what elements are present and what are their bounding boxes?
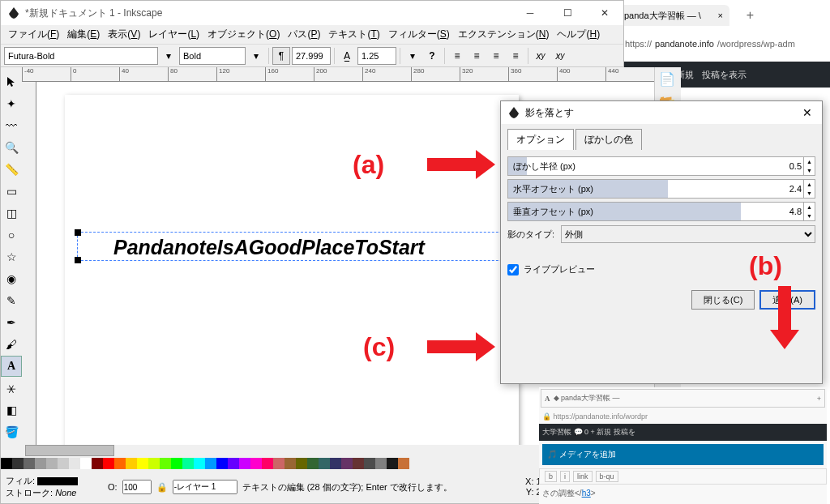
color-swatch[interactable] xyxy=(375,458,387,469)
menu-filter[interactable]: フィルター(S) xyxy=(384,26,454,43)
new-tab-icon[interactable]: + xyxy=(747,8,754,23)
tab-close-icon[interactable]: × xyxy=(718,11,723,20)
menu-text[interactable]: テキスト(T) xyxy=(324,26,383,43)
color-swatch[interactable] xyxy=(171,458,182,469)
spinner-icon[interactable]: ▲▼ xyxy=(803,180,815,198)
fill-swatch[interactable] xyxy=(37,477,78,485)
color-swatch[interactable] xyxy=(285,458,296,469)
superscript-icon[interactable]: xy xyxy=(532,47,550,65)
zoom-tool[interactable]: 🔍 xyxy=(1,137,22,158)
color-swatch[interactable] xyxy=(364,458,375,469)
color-swatch[interactable] xyxy=(250,458,262,469)
color-swatch[interactable] xyxy=(80,458,92,469)
color-swatch[interactable] xyxy=(398,458,409,469)
color-swatch[interactable] xyxy=(69,458,80,469)
color-swatch[interactable] xyxy=(126,458,137,469)
line-height-input[interactable] xyxy=(357,47,396,65)
live-preview-checkbox[interactable] xyxy=(507,264,519,275)
menu-file[interactable]: ファイル(F) xyxy=(4,26,63,43)
selection-handle[interactable] xyxy=(75,229,81,236)
menu-view[interactable]: 表示(V) xyxy=(104,26,144,43)
color-swatch[interactable] xyxy=(330,458,341,469)
color-swatch[interactable] xyxy=(228,458,239,469)
wp-view-post[interactable]: 投稿を表示 xyxy=(702,69,747,81)
address-bar[interactable]: 🔒 https://pandanote.info/wordpress/wp-ad… xyxy=(610,32,827,55)
shadow-type-select[interactable]: 外側 xyxy=(561,225,815,243)
circle-tool[interactable]: ○ xyxy=(1,224,22,246)
menu-object[interactable]: オブジェクト(O) xyxy=(203,26,284,43)
browser-tab[interactable]: ◆ panda大学習帳 — \ × + xyxy=(608,5,729,26)
layer-selector[interactable] xyxy=(173,480,237,494)
hoffset-value[interactable]: 2.4 xyxy=(789,184,802,194)
color-swatch[interactable] xyxy=(160,458,171,469)
color-swatch[interactable] xyxy=(24,458,35,469)
color-swatch[interactable] xyxy=(182,458,194,469)
help-icon[interactable]: ? xyxy=(423,47,441,65)
color-swatch[interactable] xyxy=(92,458,103,469)
close-button[interactable]: 閉じる(C) xyxy=(691,290,755,310)
font-size-input[interactable] xyxy=(292,47,331,65)
color-swatch[interactable] xyxy=(387,458,398,469)
voffset-value[interactable]: 4.8 xyxy=(789,207,802,216)
titlebar[interactable]: *新規ドキュメント 1 - Inkscape ─ ☐ ✕ xyxy=(1,1,623,25)
measure-tool[interactable]: 📏 xyxy=(1,159,22,180)
color-swatch[interactable] xyxy=(35,458,46,469)
pencil-tool[interactable]: ✎ xyxy=(1,290,22,311)
menu-edit[interactable]: 編集(E) xyxy=(63,26,104,43)
selector-tool[interactable] xyxy=(1,71,22,92)
color-swatch[interactable] xyxy=(114,458,126,469)
calligraphy-tool[interactable]: 🖌 xyxy=(1,334,22,355)
color-swatch[interactable] xyxy=(341,458,353,469)
color-swatch[interactable] xyxy=(58,458,69,469)
color-swatch[interactable] xyxy=(46,458,58,469)
color-swatch[interactable] xyxy=(1,458,12,469)
subscript-icon[interactable]: xy xyxy=(551,47,569,65)
menu-path[interactable]: パス(P) xyxy=(284,26,324,43)
spray-tool[interactable]: ⚹ xyxy=(1,378,22,399)
opacity-input[interactable] xyxy=(122,480,152,494)
color-swatch[interactable] xyxy=(262,458,273,469)
new-doc-icon[interactable]: 📄 xyxy=(658,70,678,90)
scrollbar-thumb[interactable] xyxy=(25,445,114,456)
color-swatch[interactable] xyxy=(239,458,250,469)
node-tool[interactable]: ✦ xyxy=(1,93,22,114)
eraser-tool[interactable]: ◧ xyxy=(1,399,22,421)
bezier-tool[interactable]: ✒ xyxy=(1,312,22,333)
maximize-button[interactable]: ☐ xyxy=(549,1,586,25)
color-swatch[interactable] xyxy=(307,458,319,469)
tweak-tool[interactable]: 〰 xyxy=(1,115,22,136)
color-swatch[interactable] xyxy=(205,458,216,469)
color-swatch[interactable] xyxy=(353,458,364,469)
font-family-dropdown-icon[interactable]: ▾ xyxy=(160,47,178,65)
3dbox-tool[interactable]: ◫ xyxy=(1,203,22,224)
color-swatch[interactable] xyxy=(12,458,24,469)
color-swatch[interactable] xyxy=(273,458,285,469)
hoffset-row[interactable]: 水平オフセット (px) 2.4 ▲▼ xyxy=(507,179,815,199)
tab-blur-color[interactable]: ぼかしの色 xyxy=(575,129,642,150)
color-swatch[interactable] xyxy=(319,458,330,469)
close-button[interactable]: ✕ xyxy=(586,1,623,25)
tab-options[interactable]: オプション xyxy=(507,129,574,150)
align-left-icon[interactable]: ≡ xyxy=(448,47,466,65)
unit-dropdown[interactable]: ▾ xyxy=(404,47,421,65)
align-center-icon[interactable]: ≡ xyxy=(468,47,486,65)
color-swatch[interactable] xyxy=(194,458,205,469)
spinner-icon[interactable]: ▲▼ xyxy=(803,157,815,175)
selection-handle[interactable] xyxy=(75,257,81,263)
horizontal-scrollbar[interactable] xyxy=(25,445,545,458)
spiral-tool[interactable]: ◉ xyxy=(1,268,22,289)
align-justify-icon[interactable]: ≡ xyxy=(507,47,524,65)
font-style-dropdown-icon[interactable]: ▾ xyxy=(247,47,265,65)
canvas-text-object[interactable]: PandanoteIsAGoodPlaceToStart xyxy=(113,236,425,259)
stroke-value[interactable]: None xyxy=(55,488,76,498)
voffset-row[interactable]: 垂直オフセット (px) 4.8 ▲▼ xyxy=(507,202,815,221)
font-style-input[interactable] xyxy=(179,47,246,65)
color-swatch[interactable] xyxy=(296,458,307,469)
minimize-button[interactable]: ─ xyxy=(511,1,549,25)
menu-extension[interactable]: エクステンション(N) xyxy=(454,26,554,43)
color-swatch[interactable] xyxy=(148,458,160,469)
dialog-close-icon[interactable]: ✕ xyxy=(799,106,815,119)
fill-tool[interactable]: 🪣 xyxy=(1,421,22,442)
font-family-input[interactable] xyxy=(4,47,158,65)
color-swatch[interactable] xyxy=(103,458,114,469)
